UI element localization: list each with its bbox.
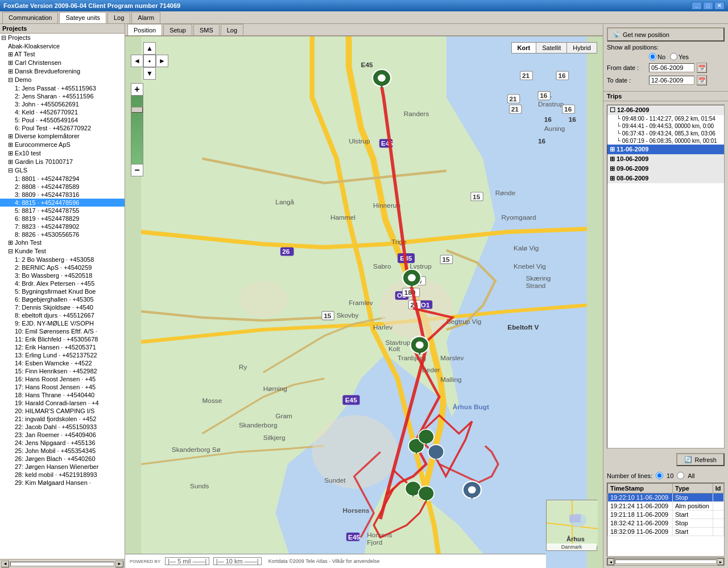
tree-node-31[interactable]: 5: Bygningsfirmaet Knud Boe <box>0 287 125 295</box>
tree-node-7[interactable]: 2: Jens Sharan · +45511596 <box>0 92 125 100</box>
to-date-calendar-button[interactable]: 📅 <box>697 75 707 85</box>
trip-date-09jun[interactable]: ⊞ 09-06-2009 <box>607 164 724 174</box>
map-container[interactable]: E45 21 Drastrup 16 16 Auning 16 Rønde Ry… <box>125 36 603 568</box>
event-row-0[interactable]: 19:22:10 11-06-2009Stop <box>608 493 724 502</box>
tree-node-44[interactable]: 18: Hans Thrane · +4540440 <box>0 391 125 399</box>
col-timestamp[interactable]: TimeStamp <box>608 484 673 493</box>
table-horizontal-scrollbar[interactable]: ◄ ► <box>607 558 725 566</box>
trip-date-10jun[interactable]: ⊞ 10-06-2009 <box>607 154 724 164</box>
tree-node-16[interactable]: ⊟ GLS <box>0 166 125 175</box>
tree-node-26[interactable]: ⊟ Kunde Test <box>0 247 125 256</box>
event-row-3[interactable]: 18:32:42 11-06-2009Stop <box>608 519 724 528</box>
map-type-kort[interactable]: Kort <box>512 43 537 53</box>
tree-node-19[interactable]: 3: 8809 · +4524478316 <box>0 191 125 199</box>
tree-node-20[interactable]: 4: 8815 · +4524478596 <box>0 199 125 207</box>
tree-node-27[interactable]: 1: 2 Bo Wassberg · +453058 <box>0 256 125 264</box>
event-row-1[interactable]: 19:21:24 11-06-2009Alm position <box>608 502 724 511</box>
close-button[interactable]: ✕ <box>714 2 725 10</box>
tree-node-51[interactable]: 25: John Mobil · +455354345 <box>0 447 125 455</box>
pan-left-button[interactable]: ◄ <box>131 55 143 67</box>
tree-node-33[interactable]: 7: Dennis Skjoldsøe · +4540 <box>0 303 125 311</box>
pan-up-button[interactable]: ▲ <box>143 42 156 55</box>
trip-item[interactable]: └ 06:37:43 - 09:43:24, 085,3 km, 03:06 <box>607 130 724 137</box>
tree-node-10[interactable]: 5: Poul · +4550549164 <box>0 116 125 124</box>
tree-node-15[interactable]: ⊞ Gardin Lis 70100717 <box>0 158 125 166</box>
tree-node-21[interactable]: 5: 8817 · +4524478755 <box>0 207 125 215</box>
refresh-button[interactable]: 🔄 Refresh <box>676 453 725 466</box>
tab-sms[interactable]: SMS <box>193 24 220 35</box>
tree-node-50[interactable]: 24: Jens Nipgaard · +455136 <box>0 439 125 447</box>
zoom-in-button[interactable]: + <box>131 83 143 96</box>
tree-node-22[interactable]: 6: 8819 · +4524478829 <box>0 215 125 223</box>
tree-node-23[interactable]: 7: 8823 · +4524478902 <box>0 223 125 231</box>
table-scroll-right[interactable]: ► <box>717 558 724 565</box>
table-scroll-left[interactable]: ◄ <box>607 558 614 565</box>
to-date-input[interactable] <box>649 76 694 85</box>
scroll-right[interactable]: ► <box>115 561 123 567</box>
radio-yes-input[interactable] <box>670 53 677 60</box>
tree-node-37[interactable]: 11: Erik Blichfeld · +45305678 <box>0 335 125 343</box>
tree-node-54[interactable]: 28: keld mobil · +4521918993 <box>0 471 125 479</box>
tab-position[interactable]: Position <box>127 24 162 35</box>
trips-panel[interactable]: ☐ 12-06-2009 └ 09:48:00 - 11:42:27, 069,… <box>607 105 725 448</box>
project-tree[interactable]: ⊟ Projects Abak-Kloakservice⊞ AT Test⊞ C… <box>0 34 125 559</box>
pan-down-button[interactable]: ▼ <box>143 67 156 80</box>
col-id[interactable]: Id <box>713 484 723 493</box>
event-row-2[interactable]: 19:21:18 11-06-2009Start <box>608 511 724 519</box>
tree-node-0[interactable]: ⊟ Projects <box>0 34 125 42</box>
tree-node-14[interactable]: ⊞ Ex10 test <box>0 149 125 158</box>
tree-node-4[interactable]: ⊞ Dansk Brevdueforening <box>0 67 125 76</box>
tab-setup[interactable]: Setup <box>163 24 192 35</box>
tree-node-11[interactable]: 6: Poul Test · +4526770922 <box>0 124 125 132</box>
tree-node-8[interactable]: 3: John · +4550562691 <box>0 100 125 108</box>
tree-node-32[interactable]: 6: Bøgebjerghallen · +45305 <box>0 295 125 303</box>
trip-date-08jun[interactable]: ⊞ 08-06-2009 <box>607 174 724 183</box>
pan-right-button[interactable]: ► <box>156 55 168 67</box>
tree-node-9[interactable]: 4: Keld · +4526770921 <box>0 108 125 116</box>
tree-node-12[interactable]: ⊞ Diverse komplemåtorer <box>0 132 125 141</box>
tree-node-43[interactable]: 17: Hans Roost Jensen · +45 <box>0 383 125 391</box>
tree-node-29[interactable]: 3: Bo Wassberg · +4520518 <box>0 271 125 279</box>
tab-log[interactable]: Log <box>221 24 243 35</box>
tree-node-45[interactable]: 19: Harald Conradi-larsen · +4 <box>0 399 125 407</box>
from-date-input[interactable] <box>649 63 694 72</box>
menu-tab-sateye[interactable]: Sateye units <box>59 12 106 23</box>
col-type[interactable]: Type <box>673 484 713 493</box>
radio-no-input[interactable] <box>649 53 656 60</box>
tree-node-38[interactable]: 12: Erik Hansen · +45205371 <box>0 343 125 351</box>
menu-tab-alarm[interactable]: Alarm <box>131 12 160 23</box>
scroll-left[interactable]: ◄ <box>1 561 9 567</box>
pan-center-button[interactable]: ● <box>143 55 156 67</box>
tree-node-55[interactable]: 29: Kim Mølgaard Hansen · <box>0 479 125 487</box>
event-row-4[interactable]: 18:32:09 11-06-2009Start <box>608 528 724 536</box>
map-type-hybrid[interactable]: Hybrid <box>567 43 597 53</box>
tree-node-52[interactable]: 26: Jørgen Blach · +4540260 <box>0 455 125 463</box>
zoom-slider-thumb[interactable] <box>131 107 143 113</box>
tree-node-42[interactable]: 16: Hans Roost Jensen · +45 <box>0 375 125 383</box>
tree-node-13[interactable]: ⊞ Eurocommerce ApS <box>0 141 125 149</box>
horizontal-scrollbar[interactable]: ◄ ► <box>0 559 125 568</box>
zoom-out-button[interactable]: − <box>131 164 143 176</box>
tree-node-28[interactable]: 2: BERNIC ApS · +4540259 <box>0 264 125 271</box>
tree-node-30[interactable]: 4: Brdr. Alex Petersen · +455 <box>0 279 125 287</box>
tree-node-49[interactable]: 23: Jan Roemer · +45409406 <box>0 431 125 439</box>
tree-node-40[interactable]: 14: Esben Warncke · +4522 <box>0 359 125 367</box>
tree-node-46[interactable]: 20: HILMAR'S CAMPING I/S <box>0 407 125 415</box>
lines-10-radio[interactable] <box>656 472 663 479</box>
tree-node-47[interactable]: 21: ingvald fjordskolen · +452 <box>0 415 125 423</box>
tree-node-36[interactable]: 10: Emil Sørensens Eftf. A/S · <box>0 327 125 335</box>
trip-item[interactable]: └ 06:07:19 - 06:08:35, 00000 km, 00:01 <box>607 137 724 145</box>
map-type-satellit[interactable]: Satellit <box>536 43 567 53</box>
tree-node-2[interactable]: ⊞ AT Test <box>0 50 125 59</box>
trip-date-12jun[interactable]: ☐ 12-06-2009 <box>607 105 724 115</box>
menu-tab-communication[interactable]: Communication <box>2 12 58 23</box>
tree-node-53[interactable]: 27: Jørgen Hansen Wienerber <box>0 463 125 471</box>
tree-node-3[interactable]: ⊞ Carl Christensen <box>0 59 125 67</box>
trip-item[interactable]: └ 09:48:00 - 11:42:27, 069,2 km, 01:54 <box>607 115 724 122</box>
minimap[interactable]: Århus Danmark <box>546 500 597 551</box>
tree-node-18[interactable]: 2: 8808 · +4524478589 <box>0 183 125 191</box>
tree-node-41[interactable]: 15: Finn Henriksen · +452982 <box>0 367 125 375</box>
tree-node-39[interactable]: 13: Erling Lund · +452137522 <box>0 351 125 359</box>
trip-date-11jun[interactable]: ⊞ 11-06-2009 <box>607 145 724 154</box>
tree-node-17[interactable]: 1: 8801 · +4524478294 <box>0 175 125 183</box>
